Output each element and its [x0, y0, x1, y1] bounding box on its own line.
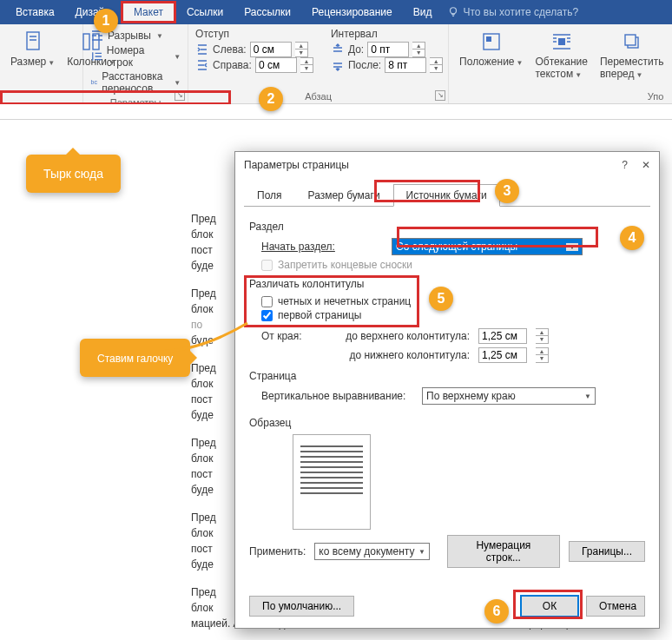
callout-6: 6 [484, 599, 509, 624]
header-distance-input[interactable] [478, 328, 527, 344]
tab-layout[interactable]: Макет [121, 1, 176, 23]
line-numbers-icon [90, 49, 103, 63]
tab-review[interactable]: Рецензирование [301, 1, 403, 23]
tell-me[interactable]: Что вы хотите сделать? [447, 6, 578, 18]
valign-combo[interactable]: По верхнему краю▼ [422, 387, 596, 405]
tab-insert[interactable]: Вставка [5, 1, 65, 23]
svg-rect-9 [625, 35, 636, 45]
highlight-section-start [397, 227, 598, 247]
callout-3: 3 [495, 179, 519, 203]
dialog-tab-margins[interactable]: Поля [244, 184, 295, 207]
page-size-icon [21, 30, 45, 54]
bring-forward-button[interactable]: Переместить вперед▼ [596, 28, 668, 82]
hyphenation-icon: bc [90, 76, 98, 89]
default-button[interactable]: По умолчанию... [249, 596, 354, 617]
line-numbers-button[interactable]: Нумерация строк... [447, 535, 560, 568]
position-icon [479, 30, 504, 54]
from-edge-label: От края: [261, 330, 313, 342]
wrap-icon [550, 30, 574, 54]
dialog-title: Параметры страницы [244, 159, 349, 171]
spacing-label: Интервал [331, 28, 443, 40]
indent-right-input[interactable] [255, 57, 297, 73]
group-paragraph: Абзац [195, 89, 441, 102]
preview-label: Образец [249, 417, 645, 429]
svg-rect-6 [486, 36, 491, 42]
highlight-layout-tab [374, 180, 480, 202]
callout-text-1: Тырк сюда [26, 155, 121, 193]
footer-distance-input[interactable] [478, 347, 527, 363]
svg-rect-7 [558, 38, 565, 45]
tab-view[interactable]: Вид [403, 1, 443, 23]
position-button[interactable]: Положение▼ [456, 28, 526, 82]
highlight-page-setup [0, 90, 231, 105]
callout-connector [156, 321, 252, 356]
page-label: Страница [249, 370, 645, 382]
valign-label: Вертикальное выравнивание: [261, 390, 413, 402]
section-start-label: Начать раздел: [261, 241, 383, 253]
tab-mailings[interactable]: Рассылки [234, 1, 301, 23]
svg-rect-1 [27, 32, 39, 49]
callout-2: 2 [259, 87, 283, 111]
apply-label: Применить: [249, 545, 306, 558]
apply-to-combo[interactable]: ко всему документу▼ [314, 543, 429, 560]
suppress-endnotes-checkbox [261, 260, 273, 271]
callout-1: 1 [94, 9, 118, 33]
cancel-button[interactable]: Отмена [586, 596, 645, 617]
indent-label: Отступ [195, 28, 313, 40]
spacing-before-input[interactable] [367, 42, 409, 57]
line-numbers-button[interactable]: Номера строк▼ [90, 43, 181, 69]
size-button[interactable]: Размер▼ [7, 28, 58, 69]
forward-icon [620, 30, 644, 54]
wrap-text-button[interactable]: Обтекание текстом▼ [531, 28, 590, 82]
page-setup-dialog: Параметры страницы ? ✕ Поля Размер бумаг… [234, 151, 660, 629]
lightbulb-icon [447, 6, 459, 18]
highlight-headers [244, 275, 419, 327]
svg-text:bc: bc [91, 79, 98, 85]
indent-left-input[interactable] [250, 42, 292, 57]
spacing-after-input[interactable] [385, 57, 426, 73]
close-button[interactable]: ✕ [642, 159, 650, 171]
preview-thumbnail [293, 434, 371, 530]
tab-references[interactable]: Ссылки [176, 1, 234, 23]
callout-5: 5 [429, 287, 453, 311]
callout-4: 4 [620, 226, 644, 250]
ruler[interactable] [0, 104, 672, 120]
svg-point-0 [451, 8, 457, 14]
paragraph-launcher[interactable]: ↘ [435, 90, 445, 101]
help-button[interactable]: ? [622, 159, 628, 171]
borders-button[interactable]: Границы... [569, 541, 645, 562]
highlight-ok [513, 590, 583, 619]
group-arrange: Упо [456, 89, 667, 102]
